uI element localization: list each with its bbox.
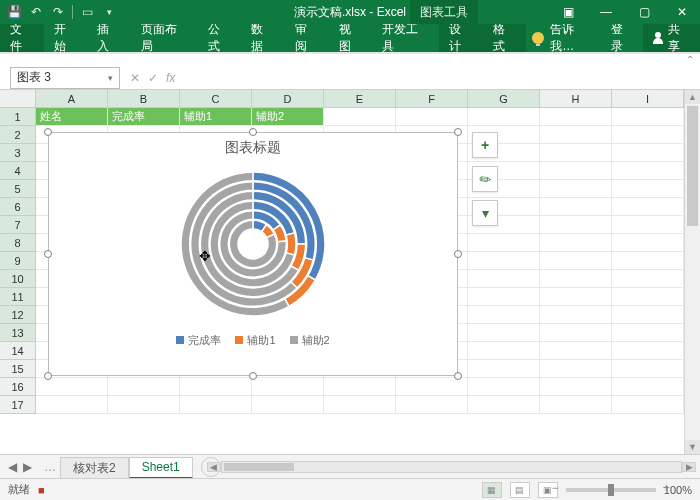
- row-header[interactable]: 4: [0, 162, 36, 180]
- chart-plot-area[interactable]: [49, 159, 457, 329]
- row-header[interactable]: 2: [0, 126, 36, 144]
- cell[interactable]: [612, 198, 684, 216]
- collapse-ribbon-icon[interactable]: ⌃: [686, 54, 694, 65]
- col-header[interactable]: A: [36, 90, 108, 108]
- cell[interactable]: [540, 108, 612, 126]
- tab-developer[interactable]: 开发工具: [372, 24, 439, 52]
- sheet-overflow-icon[interactable]: …: [40, 460, 60, 474]
- cell[interactable]: [540, 180, 612, 198]
- scroll-left-icon[interactable]: ◀: [207, 462, 221, 472]
- cell[interactable]: [540, 162, 612, 180]
- name-box[interactable]: 图表 3 ▾: [10, 67, 120, 89]
- cell[interactable]: [540, 252, 612, 270]
- cell[interactable]: [540, 234, 612, 252]
- embedded-chart[interactable]: 图表标题 完成率 辅助1 辅助2 ✥: [48, 132, 458, 376]
- sheet-tab-active[interactable]: Sheet1: [129, 457, 193, 479]
- cell[interactable]: [612, 180, 684, 198]
- row-header[interactable]: 17: [0, 396, 36, 414]
- cell[interactable]: [540, 126, 612, 144]
- cell[interactable]: 辅助2: [252, 108, 324, 126]
- account-sign-in[interactable]: 登录: [603, 24, 643, 52]
- close-button[interactable]: ✕: [664, 0, 700, 24]
- zoom-knob[interactable]: [608, 484, 614, 496]
- vertical-scrollbar[interactable]: ▲ ▼: [684, 90, 700, 454]
- sheet-tab[interactable]: 核对表2: [60, 457, 129, 479]
- formula-input[interactable]: [185, 67, 700, 89]
- chart-filters-button[interactable]: ▾: [472, 200, 498, 226]
- scroll-thumb[interactable]: [224, 463, 294, 471]
- legend-item[interactable]: 辅助1: [235, 333, 275, 348]
- cell[interactable]: [540, 306, 612, 324]
- resize-handle[interactable]: [44, 128, 52, 136]
- resize-handle[interactable]: [454, 372, 462, 380]
- cell[interactable]: [612, 324, 684, 342]
- row-header[interactable]: 15: [0, 360, 36, 378]
- cell[interactable]: [612, 396, 684, 414]
- row-header[interactable]: 9: [0, 252, 36, 270]
- cell[interactable]: [36, 396, 108, 414]
- row-header[interactable]: 3: [0, 144, 36, 162]
- cell[interactable]: [612, 216, 684, 234]
- col-header[interactable]: I: [612, 90, 684, 108]
- resize-handle[interactable]: [249, 372, 257, 380]
- legend-item[interactable]: 辅助2: [290, 333, 330, 348]
- cell[interactable]: [108, 378, 180, 396]
- chart-title[interactable]: 图表标题: [49, 139, 457, 157]
- tab-view[interactable]: 视图: [329, 24, 373, 52]
- sheet-nav-prev-icon[interactable]: ◀: [8, 460, 17, 474]
- cancel-formula-icon[interactable]: ✕: [130, 71, 140, 85]
- name-box-dropdown-icon[interactable]: ▾: [108, 73, 113, 83]
- cell[interactable]: [468, 360, 540, 378]
- cell[interactable]: [612, 108, 684, 126]
- row-header[interactable]: 8: [0, 234, 36, 252]
- col-header[interactable]: D: [252, 90, 324, 108]
- scroll-down-icon[interactable]: ▼: [685, 440, 700, 454]
- cell[interactable]: [468, 234, 540, 252]
- col-header[interactable]: G: [468, 90, 540, 108]
- cell[interactable]: [396, 396, 468, 414]
- undo-icon[interactable]: ↶: [28, 4, 44, 20]
- cell[interactable]: 姓名: [36, 108, 108, 126]
- cell[interactable]: [252, 396, 324, 414]
- cell[interactable]: [612, 252, 684, 270]
- tab-page-layout[interactable]: 页面布局: [131, 24, 198, 52]
- cell[interactable]: [540, 378, 612, 396]
- cell[interactable]: [108, 396, 180, 414]
- cell[interactable]: [468, 252, 540, 270]
- cell[interactable]: [468, 324, 540, 342]
- chart-styles-button[interactable]: ✎: [472, 166, 498, 192]
- view-page-layout-button[interactable]: ▤: [510, 482, 530, 498]
- cell[interactable]: [468, 108, 540, 126]
- cell[interactable]: [468, 270, 540, 288]
- row-header[interactable]: 13: [0, 324, 36, 342]
- cell[interactable]: [612, 144, 684, 162]
- legend-item[interactable]: 完成率: [176, 333, 221, 348]
- cell[interactable]: [612, 270, 684, 288]
- col-header[interactable]: E: [324, 90, 396, 108]
- redo-icon[interactable]: ↷: [50, 4, 66, 20]
- resize-handle[interactable]: [249, 128, 257, 136]
- zoom-in-icon[interactable]: +: [663, 481, 670, 495]
- chart-elements-button[interactable]: +: [472, 132, 498, 158]
- cell[interactable]: [540, 144, 612, 162]
- cell[interactable]: [468, 378, 540, 396]
- qat-dropdown-icon[interactable]: ▾: [101, 4, 117, 20]
- tab-home[interactable]: 开始: [44, 24, 88, 52]
- horizontal-scrollbar[interactable]: ◀ ▶: [221, 461, 682, 473]
- tab-file[interactable]: 文件: [0, 24, 44, 52]
- zoom-slider[interactable]: − +: [566, 488, 656, 492]
- cell[interactable]: [180, 396, 252, 414]
- cell[interactable]: [252, 378, 324, 396]
- row-header[interactable]: 10: [0, 270, 36, 288]
- cell[interactable]: [612, 126, 684, 144]
- tab-insert[interactable]: 插入: [87, 24, 131, 52]
- cell[interactable]: [612, 360, 684, 378]
- cell[interactable]: [540, 288, 612, 306]
- tab-chart-format[interactable]: 格式: [483, 24, 527, 52]
- cell[interactable]: [396, 378, 468, 396]
- tab-formulas[interactable]: 公式: [198, 24, 242, 52]
- macro-record-icon[interactable]: ■: [38, 484, 45, 496]
- cell[interactable]: [540, 216, 612, 234]
- view-normal-button[interactable]: ▦: [482, 482, 502, 498]
- col-header[interactable]: F: [396, 90, 468, 108]
